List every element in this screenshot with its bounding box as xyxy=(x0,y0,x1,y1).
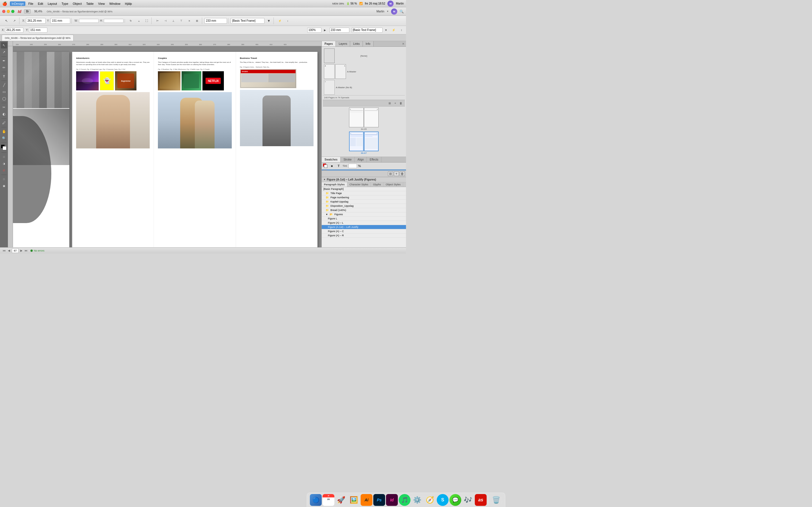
swatch-format-fill-btn[interactable]: ■ xyxy=(329,163,335,168)
direct-selection-tool[interactable]: ↗ xyxy=(1,49,7,55)
maximize-button[interactable] xyxy=(11,10,14,13)
menubar-help[interactable]: Hjälp xyxy=(123,1,134,6)
sub-x-input[interactable] xyxy=(5,27,23,33)
menubar-indesign[interactable]: InDesign xyxy=(10,1,26,6)
type-tool[interactable]: T xyxy=(1,73,7,79)
para-bread[interactable]: 📁 Bread (140%) xyxy=(322,208,406,212)
menubar-file[interactable]: File xyxy=(27,1,35,6)
width-input[interactable] xyxy=(204,18,227,24)
menubar-view[interactable]: View xyxy=(96,1,107,6)
tab-pages[interactable]: Pages xyxy=(322,41,336,47)
rotate-btn[interactable]: ↻ xyxy=(127,17,135,24)
sub-settings-btn[interactable]: ⚡ xyxy=(391,27,396,33)
apply-gradient-btn[interactable]: ◑ xyxy=(1,161,7,167)
align-center-btn[interactable]: ⊣ xyxy=(162,17,169,24)
page-number-input[interactable] xyxy=(12,248,18,253)
align-top-btn[interactable]: ⊤ xyxy=(177,17,185,24)
scissors-tool[interactable]: ✂ xyxy=(1,104,7,110)
frame-style-input[interactable] xyxy=(231,18,264,24)
new-master-btn[interactable]: + xyxy=(393,101,398,106)
extra-btn2[interactable]: ↕ xyxy=(284,17,291,24)
scale-btn[interactable]: ⛶ xyxy=(143,17,150,24)
shear-btn[interactable]: ⟁ xyxy=(135,17,142,24)
tab-effects[interactable]: Effects xyxy=(367,157,381,162)
spread-64-65[interactable]: A A 64-65 xyxy=(324,108,404,130)
swatch-stroke-icon[interactable] xyxy=(324,165,327,168)
para-figure-a-r[interactable]: Figure (A) – R xyxy=(322,233,406,238)
canvas-area[interactable]: 230 240 250 260 270 280 290 300 310 320 … xyxy=(8,41,321,247)
tab-stroke[interactable]: Stroke xyxy=(341,157,355,162)
new-color-group-btn[interactable]: ⊞ xyxy=(388,172,393,176)
spread-66-67[interactable]: A A xyxy=(324,131,404,154)
para-page-numbering[interactable]: 📁 Page numbering xyxy=(322,195,406,200)
tab-swatches[interactable]: Swatches xyxy=(322,157,341,162)
apple-menu[interactable]: 🍎 xyxy=(2,1,7,6)
para-disposition[interactable]: 📁 Disposition_Uppslag xyxy=(322,204,406,208)
user-avatar[interactable]: M xyxy=(388,1,394,7)
tab-info[interactable]: Info xyxy=(363,41,373,47)
sub-more-btn[interactable]: ↕ xyxy=(399,27,404,33)
pen-tool[interactable]: ✒ xyxy=(1,58,7,64)
para-figure-a-c[interactable]: Figure (A) – C xyxy=(322,229,406,233)
para-kapitel-uppslag[interactable]: 📁 Kapitel-Uppslag xyxy=(322,200,406,204)
none-master-item[interactable] xyxy=(324,48,335,63)
para-tab-paragraph[interactable]: Paragraph Styles xyxy=(322,182,347,187)
menubar-edit[interactable]: Edit xyxy=(36,1,45,6)
pencil-tool[interactable]: ✏ xyxy=(1,64,7,71)
zoom-tool[interactable]: 🔍 xyxy=(1,135,7,142)
selection-tool-btn[interactable]: ↖ xyxy=(3,17,10,24)
tab-links[interactable]: Links xyxy=(350,41,363,47)
zoom-inc-btn[interactable]: ▶ xyxy=(322,27,327,33)
minimize-button[interactable] xyxy=(7,10,10,13)
last-page-btn[interactable]: ⏭ xyxy=(24,249,28,252)
preview-mode-btn[interactable]: ▣ xyxy=(1,183,7,189)
eyedropper-tool[interactable]: 🖊 xyxy=(1,120,7,126)
extra-btn1[interactable]: ⚡ xyxy=(276,17,283,24)
y-input[interactable] xyxy=(50,18,70,24)
selection-tool[interactable]: ↖ xyxy=(1,42,7,48)
close-button[interactable] xyxy=(2,10,5,13)
menubar-window[interactable]: Window xyxy=(108,1,122,6)
align-right-btn[interactable]: ⊥ xyxy=(170,17,177,24)
bridge-btn[interactable]: Br xyxy=(24,9,31,13)
align-mid-btn[interactable]: ≡ xyxy=(186,17,193,24)
next-page-btn[interactable]: ▶ xyxy=(20,249,23,252)
delete-swatch-btn[interactable]: 🗑 xyxy=(400,172,405,176)
trash-pages-btn[interactable]: 🗑 xyxy=(398,101,404,106)
line-tool[interactable]: ╱ xyxy=(1,82,7,88)
tab-layers[interactable]: Layers xyxy=(336,41,350,47)
doc-tab[interactable]: Orlo_MA86 – första test av figurbenämnin… xyxy=(2,35,73,41)
para-tab-object[interactable]: Object Styles xyxy=(384,182,403,187)
gradient-tool[interactable]: ◐ xyxy=(1,111,7,117)
tint-input[interactable] xyxy=(349,164,357,168)
para-title-page[interactable]: 📁 Title Page xyxy=(322,191,406,195)
a-master-row[interactable]: A A A-Master xyxy=(323,64,405,79)
title-search[interactable]: 🔍 xyxy=(400,10,404,13)
menubar-type[interactable]: Type xyxy=(60,1,70,6)
para-figure-l[interactable]: Figure L xyxy=(322,217,406,221)
ellipse-tool[interactable]: ◯ xyxy=(1,96,7,102)
w-input[interactable] xyxy=(79,19,99,23)
apply-none-btn[interactable]: ∅ xyxy=(1,167,7,173)
sub-zoom-input[interactable] xyxy=(307,27,321,33)
prev-page-btn[interactable]: ◀ xyxy=(7,249,11,252)
normal-mode-btn[interactable]: □ xyxy=(1,176,7,182)
menubar-layout[interactable]: Layout xyxy=(46,1,59,6)
tab-align[interactable]: Align xyxy=(355,157,367,162)
sub-frame-input[interactable] xyxy=(352,27,383,33)
swatch-format-T-btn[interactable]: T xyxy=(336,163,342,168)
para-tab-glyphs[interactable]: Glyphs xyxy=(371,182,384,187)
title-user-name[interactable]: Martin xyxy=(376,10,384,13)
apply-color-btn[interactable]: □ xyxy=(1,154,7,160)
h-input[interactable] xyxy=(104,19,123,23)
sub-width-input[interactable] xyxy=(329,27,349,33)
align-bottom-btn[interactable]: ⊞ xyxy=(193,17,201,24)
para-figure-a-1st[interactable]: Figure (A-1st) – Left Justify xyxy=(322,225,406,229)
frame-style-arrow[interactable]: ▼ xyxy=(265,17,272,24)
title-arrow[interactable]: ▼ xyxy=(387,10,389,13)
direct-select-btn[interactable]: ↗ xyxy=(11,17,18,24)
hand-tool[interactable]: ✋ xyxy=(1,128,7,135)
view-pages-btn[interactable]: ⊞ xyxy=(387,101,393,106)
para-figure-a-l[interactable]: Figure (A) – L xyxy=(322,221,406,225)
para-tab-character[interactable]: Character Styles xyxy=(347,182,371,187)
